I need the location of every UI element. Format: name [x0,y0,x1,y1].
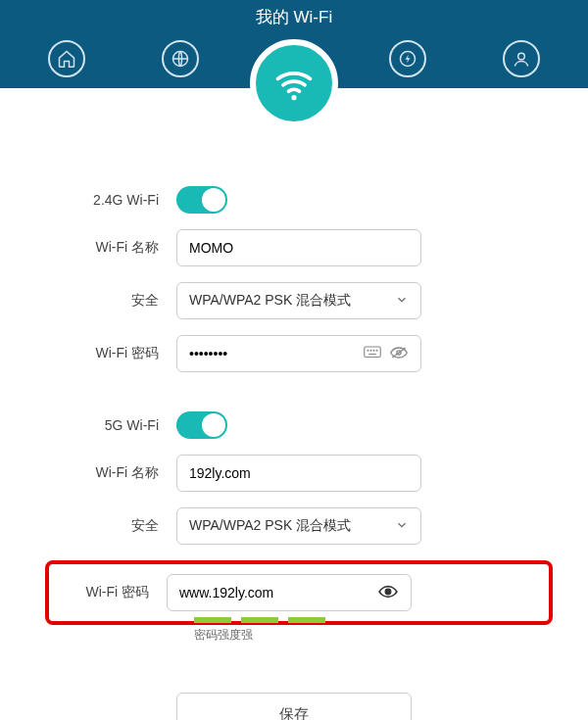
g24-enable-label: 2.4G Wi-Fi [59,192,176,208]
keyboard-icon[interactable] [364,346,381,362]
g24-security-label: 安全 [59,292,176,310]
chevron-down-icon [395,518,409,535]
g5-security-value: WPA/WPA2 PSK 混合模式 [189,517,351,535]
nav-boost[interactable] [389,40,426,77]
g5-name-input[interactable] [176,455,421,492]
g24-security-value: WPA/WPA2 PSK 混合模式 [189,292,351,310]
svg-point-12 [385,589,390,594]
strength-bar [241,617,278,623]
g5-enable-label: 5G Wi-Fi [59,417,176,433]
save-button-label: 保存 [279,705,309,721]
g24-name-label: Wi-Fi 名称 [59,239,176,257]
user-icon [512,49,531,69]
g5-enable-toggle[interactable] [176,411,227,439]
nav-wifi-active[interactable] [250,39,338,127]
page-title: 我的 Wi-Fi [0,0,588,28]
g24-password-input[interactable] [176,335,421,372]
globe-icon [171,49,190,69]
svg-point-6 [370,350,371,351]
strength-bar [288,617,325,623]
nav-profile[interactable] [503,40,540,77]
g5-security-label: 安全 [59,517,176,535]
save-button[interactable]: 保存 [176,693,412,720]
svg-rect-4 [365,347,381,358]
strength-bars [194,617,529,623]
g5-password-label: Wi-Fi 密码 [49,584,167,601]
svg-point-7 [373,350,374,351]
eye-icon[interactable] [377,584,399,602]
g5-name-field[interactable] [189,465,409,481]
nav-home[interactable] [48,40,85,77]
svg-point-3 [291,95,296,100]
g24-password-field[interactable] [189,346,364,361]
nav-globe[interactable] [162,40,199,77]
svg-point-5 [368,350,368,351]
g24-enable-toggle[interactable] [176,186,227,214]
home-icon [57,49,76,69]
eye-off-icon[interactable] [389,345,409,363]
g5-name-label: Wi-Fi 名称 [59,464,176,482]
globe-bolt-icon [398,49,417,69]
g5-security-select[interactable]: WPA/WPA2 PSK 混合模式 [176,507,421,545]
form-area: 2.4G Wi-Fi Wi-Fi 名称 安全 WPA/WPA2 PSK 混合模式… [0,88,588,720]
highlight-box: Wi-Fi 密码 [45,560,553,625]
strength-label: 密码强度强 [194,627,529,644]
g5-password-field[interactable] [179,585,377,600]
svg-point-2 [518,53,525,60]
strength-bar [194,617,231,623]
chevron-down-icon [395,293,409,310]
g24-name-input[interactable] [176,229,421,266]
g24-name-field[interactable] [189,240,409,256]
svg-point-8 [376,350,377,351]
g24-password-label: Wi-Fi 密码 [59,345,176,362]
g24-security-select[interactable]: WPA/WPA2 PSK 混合模式 [176,282,421,319]
wifi-icon [272,62,316,105]
password-strength: 密码强度强 [194,617,529,644]
header: 我的 Wi-Fi [0,0,588,88]
g5-password-input[interactable] [167,574,412,611]
